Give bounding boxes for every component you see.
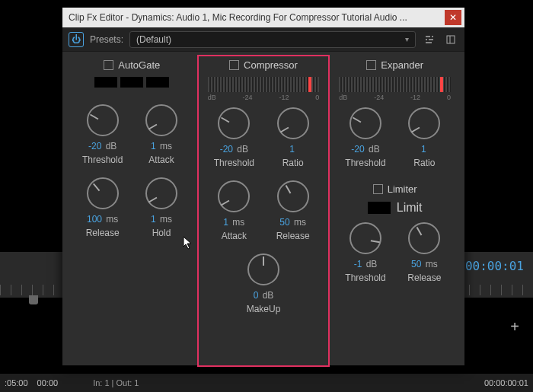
knob-label: Threshold (214, 158, 254, 168)
knob-value[interactable]: -20 dB (351, 144, 379, 155)
knob-label: Ratio (413, 158, 435, 168)
knob-ratio: 1Ratio (263, 107, 322, 168)
knob-dial[interactable] (218, 107, 250, 139)
knob-dial[interactable] (218, 180, 250, 212)
expander-title: Expander (381, 59, 423, 71)
knob-label: Release (407, 272, 441, 283)
knob-threshold: -1 dBThreshold (336, 222, 394, 283)
preset-value: (Default) (136, 34, 171, 45)
knob-makeup: 0 dBMakeUp (205, 253, 323, 314)
bottom-bar: :05:00 00:00 In: 1 | Out: 1 00:00:00:01 (0, 374, 533, 392)
knob-dial[interactable] (277, 180, 309, 212)
knob-label: Ratio (282, 158, 304, 168)
knob-dial[interactable] (349, 107, 381, 139)
presets-row: ⏻ Presets: (Default) ▾ (62, 27, 464, 52)
expander-knobs: -20 dBThreshold1Ratio (336, 107, 454, 180)
expander-ticks: dB-24-120 (339, 94, 451, 101)
presets-label: Presets: (90, 34, 123, 45)
expander-checkbox[interactable] (366, 60, 376, 70)
knob-dial[interactable] (408, 222, 440, 254)
autogate-vu (76, 77, 188, 88)
knob-release: 50 msRelease (263, 180, 322, 241)
titlebar[interactable]: Clip Fx Editor - Dynamics: Audio 1, Mic … (62, 8, 464, 27)
knob-dial[interactable] (145, 177, 177, 209)
compressor-knobs: -20 dBThreshold1Ratio1 msAttack50 msRele… (205, 107, 323, 327)
section-compressor: Compressor dB-24-120 -20 dBThreshold1Rat… (197, 55, 330, 367)
power-button[interactable]: ⏻ (69, 32, 84, 47)
tc-left-2: 00:00 (33, 378, 63, 387)
plus-icon[interactable]: + (510, 318, 519, 336)
knob-label: Release (86, 228, 120, 238)
knob-attack: 1 msAttack (205, 180, 263, 241)
knob-label: Attack (222, 231, 247, 241)
knob-release: 50 msRelease (395, 222, 454, 283)
svg-rect-0 (447, 36, 455, 43)
limiter-knobs: -1 dBThreshold50 msRelease (336, 222, 454, 295)
autogate-title: AutoGate (118, 59, 160, 71)
limiter-title: Limiter (388, 183, 417, 195)
autogate-knobs: -20 dBThreshold1 msAttack100 msRelease1 … (73, 104, 191, 250)
knob-value[interactable]: 50 ms (411, 259, 438, 269)
knob-dial[interactable] (408, 107, 440, 139)
knob-value[interactable]: 0 dB (254, 290, 274, 301)
window-title: Clip Fx Editor - Dynamics: Audio 1, Mic … (69, 12, 445, 23)
close-button[interactable]: ✕ (445, 10, 461, 25)
knob-label: Threshold (345, 272, 385, 283)
knob-ratio: 1Ratio (395, 107, 454, 168)
knob-dial[interactable] (277, 107, 309, 139)
limiter-checkbox[interactable] (373, 184, 383, 194)
in-out-label: In: 1 | Out: 1 (93, 378, 139, 387)
knob-value[interactable]: -1 dB (354, 259, 378, 269)
marker-icon (29, 295, 38, 304)
tc-left-1: :05:00 (0, 378, 33, 387)
limiter-indicator (368, 202, 391, 214)
compressor-title: Compressor (244, 59, 298, 71)
section-autogate: AutoGate -20 dBThreshold1 msAttack100 ms… (67, 56, 197, 365)
knob-label: MakeUp (247, 304, 281, 314)
sections: AutoGate -20 dBThreshold1 msAttack100 ms… (62, 52, 464, 365)
knob-attack: 1 msAttack (132, 104, 190, 165)
knob-value[interactable]: 1 ms (151, 214, 172, 225)
section-expander: Expander dB-24-120 -20 dBThreshold1Ratio… (330, 56, 460, 365)
knob-value[interactable]: -20 dB (220, 144, 248, 155)
compressor-checkbox[interactable] (229, 60, 239, 70)
knob-value[interactable]: -20 dB (88, 141, 116, 151)
knob-label: Hold (152, 228, 171, 238)
chevron-down-icon: ▾ (405, 35, 409, 43)
limiter-limit-block: Limit (336, 201, 454, 215)
knob-value[interactable]: 100 ms (87, 214, 118, 225)
knob-threshold: -20 dBThreshold (205, 107, 263, 168)
knob-label: Attack (148, 155, 174, 165)
compressor-ticks: dB-24-120 (208, 94, 320, 101)
knob-dial[interactable] (247, 253, 279, 285)
knob-dial[interactable] (87, 104, 119, 136)
knob-value[interactable]: 1 (421, 144, 428, 155)
knob-threshold: -20 dBThreshold (336, 107, 394, 168)
knob-value[interactable]: 1 ms (223, 217, 244, 228)
knob-dial[interactable] (87, 177, 119, 209)
knob-label: Release (276, 231, 310, 241)
knob-value[interactable]: 1 (289, 144, 296, 155)
autogate-checkbox[interactable] (104, 60, 113, 70)
knob-hold: 1 msHold (132, 177, 190, 238)
knob-release: 100 msRelease (73, 177, 132, 238)
knob-label: Threshold (82, 155, 123, 165)
knob-threshold: -20 dBThreshold (73, 104, 132, 165)
knob-dial[interactable] (349, 222, 381, 254)
limit-label: Limit (397, 201, 423, 215)
compressor-meter (208, 77, 320, 92)
knob-value[interactable]: 1 ms (151, 141, 172, 151)
expander-meter (339, 77, 451, 92)
knob-value[interactable]: 50 ms (279, 217, 306, 228)
knob-label: Threshold (345, 158, 385, 168)
tc-right: 00:00:00:01 (480, 378, 533, 387)
knob-dial[interactable] (145, 104, 177, 136)
fx-editor-panel: Clip Fx Editor - Dynamics: Audio 1, Mic … (62, 8, 464, 365)
presets-dropdown[interactable]: (Default) ▾ (129, 31, 416, 48)
popout-icon[interactable] (443, 32, 458, 47)
sliders-icon[interactable] (422, 32, 437, 47)
